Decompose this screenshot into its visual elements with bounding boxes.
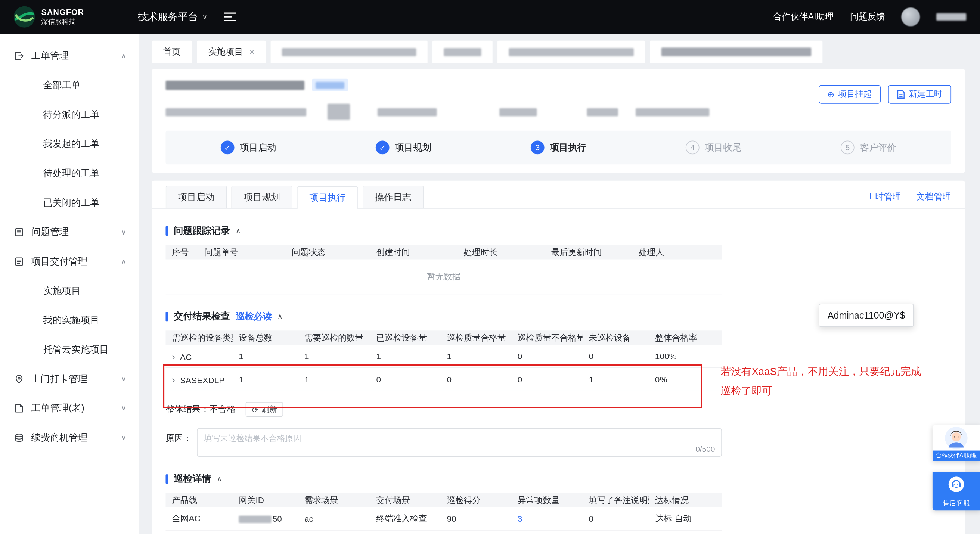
col-header: 处理时长 bbox=[458, 246, 545, 257]
tab-label: 实施项目 bbox=[208, 46, 243, 57]
cell-product-line: 全网AC bbox=[165, 513, 232, 524]
collapse-chevron-icon[interactable]: ∧ bbox=[277, 313, 282, 321]
menu-list-icon[interactable] bbox=[223, 12, 235, 22]
step-connector bbox=[285, 147, 367, 148]
collapse-chevron-icon[interactable]: ∧ bbox=[235, 227, 240, 235]
sidebar-item-hosted-cloud-projects[interactable]: 托管云实施项目 bbox=[0, 335, 139, 364]
step-label: 项目执行 bbox=[550, 141, 586, 154]
brand-text: SANGFOR 深信服科技 bbox=[41, 8, 84, 25]
sidebar-group-workorder[interactable]: 工单管理 ∧ bbox=[0, 41, 139, 71]
section-title-text: 问题跟踪记录 bbox=[173, 225, 230, 237]
redacted-tab-title bbox=[282, 48, 417, 56]
sidebar-group-workorder-legacy[interactable]: 工单管理(老) ∨ bbox=[0, 394, 139, 423]
chevron-up-icon: ∧ bbox=[121, 52, 126, 60]
tab-home[interactable]: 首页 bbox=[152, 41, 192, 63]
col-header: 处理人 bbox=[633, 246, 722, 257]
service-widget-label: 售后客服 bbox=[943, 499, 970, 508]
step-connector bbox=[440, 147, 522, 148]
delivery-table-header: 需巡检的设备类型 设备总数 需要巡检的数量 已巡检设备量 巡检质量合格量 巡检质… bbox=[165, 331, 722, 345]
close-icon[interactable]: × bbox=[250, 47, 255, 57]
tab-redacted-4[interactable] bbox=[650, 41, 823, 63]
tab-redacted-1[interactable] bbox=[271, 41, 428, 63]
sidebar-group-issues[interactable]: 问题管理 ∨ bbox=[0, 217, 139, 247]
cell: 1 bbox=[233, 351, 298, 361]
brand-cn: 深信服科技 bbox=[41, 17, 84, 25]
page-tab-strip: 首页 实施项目 × bbox=[152, 41, 965, 63]
inspection-must-read-link[interactable]: 巡检必读 bbox=[235, 311, 272, 323]
sidebar-item-to-dispatch[interactable]: 待分派的工单 bbox=[0, 100, 139, 130]
char-counter: 0/500 bbox=[695, 445, 715, 454]
sidebar-item-to-handle[interactable]: 待处理的工单 bbox=[0, 159, 139, 188]
step-customer-review: 5 客户评价 bbox=[841, 141, 896, 154]
cell: 0 bbox=[582, 351, 649, 361]
tab-operation-log[interactable]: 操作日志 bbox=[363, 186, 424, 208]
new-timesheet-button[interactable]: 新建工时 bbox=[888, 85, 951, 104]
tab-project-start[interactable]: 项目启动 bbox=[165, 186, 227, 208]
sidebar-group-project-delivery[interactable]: 项目交付管理 ∧ bbox=[0, 247, 139, 277]
project-meta-redacted bbox=[328, 104, 350, 120]
document-management-link[interactable]: 文档管理 bbox=[916, 191, 951, 202]
project-meta-redacted bbox=[587, 108, 618, 116]
cell: 0 bbox=[441, 375, 511, 384]
user-name-redacted bbox=[936, 13, 966, 21]
project-delivery-icon bbox=[14, 256, 24, 267]
tab-implementation-project-active[interactable]: 实施项目 × bbox=[197, 41, 266, 63]
suspend-project-button[interactable]: ⊕ 项目挂起 bbox=[819, 85, 881, 104]
cell: 100% bbox=[649, 351, 722, 361]
tab-project-execution[interactable]: 项目执行 bbox=[297, 186, 358, 209]
sidebar-group-label: 续费商机管理 bbox=[31, 432, 88, 443]
step-project-planning: ✓ 项目规划 bbox=[376, 141, 431, 154]
reason-textarea[interactable] bbox=[197, 429, 721, 447]
cell: 1 bbox=[441, 351, 511, 361]
project-progress-steps: ✓ 项目启动 ✓ 项目规划 3 项目执行 4 bbox=[165, 131, 951, 164]
platform-switcher[interactable]: 技术服务平台 ∨ bbox=[138, 10, 207, 24]
cell-demand-scene: ac bbox=[298, 514, 370, 523]
refresh-button[interactable]: ⟳ 刷新 bbox=[246, 402, 283, 417]
issue-table: 序号 问题单号 问题状态 创建时间 处理时长 最后更新时间 处理人 暂无数据 bbox=[165, 245, 722, 294]
tab-redacted-2[interactable] bbox=[433, 41, 493, 63]
step-label: 项目启动 bbox=[240, 141, 276, 154]
sidebar-group-renewal[interactable]: 续费商机管理 ∨ bbox=[0, 423, 139, 453]
customer-service-icon bbox=[947, 474, 967, 497]
col-header: 序号 bbox=[165, 246, 198, 257]
overall-result-label: 整体结果： bbox=[165, 404, 209, 414]
sidebar-group-label: 问题管理 bbox=[31, 226, 69, 238]
step-project-start: ✓ 项目启动 bbox=[221, 141, 276, 154]
col-header: 交付场景 bbox=[370, 495, 441, 506]
note-line: 若没有XaaS产品，不用关注，只要纪元完成 bbox=[721, 362, 946, 381]
expand-row-icon[interactable]: › bbox=[172, 351, 175, 361]
empty-placeholder: 暂无数据 bbox=[165, 259, 722, 295]
cell-standard-status: 达标-自动 bbox=[649, 513, 722, 524]
step-number: 3 bbox=[531, 141, 544, 154]
overall-result-value: 不合格 bbox=[210, 404, 235, 414]
feedback-link[interactable]: 问题反馈 bbox=[850, 11, 885, 22]
tab-project-planning[interactable]: 项目规划 bbox=[231, 186, 293, 208]
partner-ai-link[interactable]: 合作伙伴AI助理 bbox=[773, 11, 834, 22]
partner-ai-widget[interactable]: 合作伙伴AI助理 bbox=[932, 425, 980, 461]
sidebar-item-my-implementation-projects[interactable]: 我的实施项目 bbox=[0, 305, 139, 335]
table-row-inspection: 全网AC 50 ac 终端准入检查 90 3 0 达标-自动 bbox=[165, 507, 722, 531]
abnormal-count-link[interactable]: 3 bbox=[511, 514, 582, 523]
tab-redacted-3[interactable] bbox=[498, 41, 645, 63]
sidebar-item-all-workorders[interactable]: 全部工单 bbox=[0, 71, 139, 100]
sidebar-group-door-checkin[interactable]: 上门打卡管理 ∨ bbox=[0, 364, 139, 394]
sidebar-group-label: 工单管理 bbox=[31, 50, 69, 62]
plus-circled-icon: ⊕ bbox=[827, 89, 834, 99]
user-avatar[interactable] bbox=[901, 8, 920, 26]
sidebar-item-implementation-projects[interactable]: 实施项目 bbox=[0, 277, 139, 306]
expand-row-icon[interactable]: › bbox=[172, 374, 175, 385]
floating-widgets: 合作伙伴AI助理 售后客服 bbox=[932, 425, 980, 510]
step-number: 5 bbox=[841, 141, 854, 154]
step-number: 4 bbox=[686, 141, 700, 154]
collapse-chevron-icon[interactable]: ∧ bbox=[217, 475, 222, 483]
col-header: 需求场景 bbox=[298, 495, 370, 506]
after-sales-service-widget[interactable]: 售后客服 bbox=[932, 472, 980, 510]
reason-label: 原因： bbox=[165, 428, 197, 457]
workorder-legacy-icon bbox=[14, 403, 24, 413]
sidebar-item-my-initiated[interactable]: 我发起的工单 bbox=[0, 129, 139, 159]
project-status-badge bbox=[312, 79, 348, 91]
redacted-tab-title bbox=[509, 48, 634, 56]
col-header: 未巡检设备 bbox=[582, 332, 649, 343]
sidebar-item-closed[interactable]: 已关闭的工单 bbox=[0, 188, 139, 218]
timesheet-management-link[interactable]: 工时管理 bbox=[866, 191, 901, 202]
